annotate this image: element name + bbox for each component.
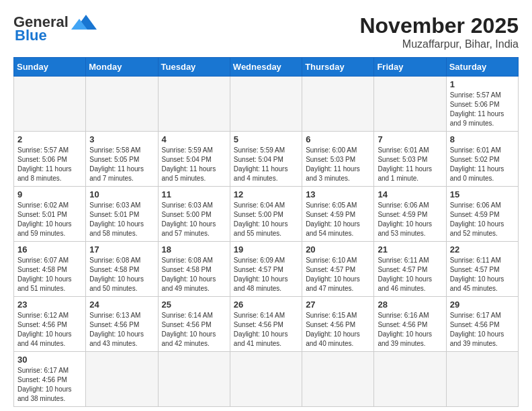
day-cell: 13Sunrise: 6:05 AM Sunset: 4:59 PM Dayli… [302,187,374,242]
day-info: Sunrise: 6:16 AM Sunset: 4:56 PM Dayligh… [378,311,442,349]
day-cell: 15Sunrise: 6:06 AM Sunset: 4:59 PM Dayli… [446,187,518,242]
weekday-header-saturday: Saturday [446,58,518,77]
title-block: November 2025 Muzaffarpur, Bihar, India [359,13,519,50]
weekday-header-sunday: Sunday [14,58,86,77]
header: General Blue November 2025 Muzaffarpur, … [13,13,519,50]
day-number: 2 [17,134,82,144]
day-cell: 18Sunrise: 6:08 AM Sunset: 4:58 PM Dayli… [158,242,230,297]
logo-icon [71,13,97,31]
day-number: 27 [306,300,370,310]
day-info: Sunrise: 6:01 AM Sunset: 5:03 PM Dayligh… [378,146,442,183]
day-info: Sunrise: 6:05 AM Sunset: 4:59 PM Dayligh… [306,201,370,238]
day-cell: 24Sunrise: 6:13 AM Sunset: 4:56 PM Dayli… [86,297,158,352]
day-info: Sunrise: 6:11 AM Sunset: 4:57 PM Dayligh… [450,256,515,293]
day-cell: 10Sunrise: 6:03 AM Sunset: 5:01 PM Dayli… [86,187,158,242]
weekday-header-wednesday: Wednesday [230,58,302,77]
day-info: Sunrise: 6:12 AM Sunset: 4:56 PM Dayligh… [17,311,82,349]
day-cell: 12Sunrise: 6:04 AM Sunset: 5:00 PM Dayli… [230,187,302,242]
day-info: Sunrise: 5:58 AM Sunset: 5:05 PM Dayligh… [89,146,154,183]
day-cell: 16Sunrise: 6:07 AM Sunset: 4:58 PM Dayli… [14,242,86,297]
month-year: November 2025 [359,13,519,38]
day-cell: 27Sunrise: 6:15 AM Sunset: 4:56 PM Dayli… [302,297,374,352]
logo-blue-text: Blue [15,27,47,44]
day-info: Sunrise: 5:59 AM Sunset: 5:04 PM Dayligh… [234,146,298,183]
day-cell [230,77,302,132]
day-info: Sunrise: 6:11 AM Sunset: 4:57 PM Dayligh… [378,256,442,293]
day-cell [230,352,302,407]
day-number: 29 [450,300,515,310]
weekday-header-tuesday: Tuesday [158,58,230,77]
day-cell: 28Sunrise: 6:16 AM Sunset: 4:56 PM Dayli… [374,297,446,352]
day-number: 13 [306,189,370,199]
day-cell: 2Sunrise: 5:57 AM Sunset: 5:06 PM Daylig… [14,132,86,187]
week-row-6: 30Sunrise: 6:17 AM Sunset: 4:56 PM Dayli… [14,352,519,407]
day-number: 22 [450,244,515,255]
day-info: Sunrise: 6:10 AM Sunset: 4:57 PM Dayligh… [306,256,370,293]
day-number: 28 [378,300,442,310]
calendar: SundayMondayTuesdayWednesdayThursdayFrid… [13,57,519,407]
day-number: 25 [162,300,226,310]
day-cell [374,352,446,407]
day-info: Sunrise: 6:14 AM Sunset: 4:56 PM Dayligh… [162,311,226,349]
day-number: 3 [89,134,154,144]
day-cell: 5Sunrise: 5:59 AM Sunset: 5:04 PM Daylig… [230,132,302,187]
day-info: Sunrise: 6:03 AM Sunset: 5:01 PM Dayligh… [89,201,154,238]
week-row-5: 23Sunrise: 6:12 AM Sunset: 4:56 PM Dayli… [14,297,519,352]
day-number: 11 [162,189,226,199]
day-info: Sunrise: 6:00 AM Sunset: 5:03 PM Dayligh… [306,146,370,183]
day-number: 23 [17,300,82,310]
day-number: 24 [89,300,154,310]
day-cell: 11Sunrise: 6:03 AM Sunset: 5:00 PM Dayli… [158,187,230,242]
day-info: Sunrise: 6:15 AM Sunset: 4:56 PM Dayligh… [306,311,370,349]
day-number: 19 [234,244,298,255]
day-cell: 23Sunrise: 6:12 AM Sunset: 4:56 PM Dayli… [14,297,86,352]
day-info: Sunrise: 6:08 AM Sunset: 4:58 PM Dayligh… [162,256,226,293]
day-info: Sunrise: 6:13 AM Sunset: 4:56 PM Dayligh… [89,311,154,349]
day-cell [158,352,230,407]
day-number: 15 [450,189,515,199]
day-cell: 6Sunrise: 6:00 AM Sunset: 5:03 PM Daylig… [302,132,374,187]
day-info: Sunrise: 6:14 AM Sunset: 4:56 PM Dayligh… [234,311,298,349]
day-number: 4 [162,134,226,144]
logo: General Blue [13,13,97,44]
day-cell: 1Sunrise: 5:57 AM Sunset: 5:06 PM Daylig… [446,77,518,132]
day-number: 9 [17,189,82,199]
day-number: 26 [234,300,298,310]
day-number: 17 [89,244,154,255]
day-number: 8 [450,134,515,144]
week-row-1: 1Sunrise: 5:57 AM Sunset: 5:06 PM Daylig… [14,77,519,132]
day-cell [374,77,446,132]
location: Muzaffarpur, Bihar, India [359,38,519,50]
day-cell: 7Sunrise: 6:01 AM Sunset: 5:03 PM Daylig… [374,132,446,187]
day-info: Sunrise: 6:06 AM Sunset: 4:59 PM Dayligh… [378,201,442,238]
week-row-3: 9Sunrise: 6:02 AM Sunset: 5:01 PM Daylig… [14,187,519,242]
day-cell: 21Sunrise: 6:11 AM Sunset: 4:57 PM Dayli… [374,242,446,297]
day-info: Sunrise: 6:08 AM Sunset: 4:58 PM Dayligh… [89,256,154,293]
day-number: 6 [306,134,370,144]
day-cell: 9Sunrise: 6:02 AM Sunset: 5:01 PM Daylig… [14,187,86,242]
day-number: 14 [378,189,442,199]
day-cell: 3Sunrise: 5:58 AM Sunset: 5:05 PM Daylig… [86,132,158,187]
day-cell: 19Sunrise: 6:09 AM Sunset: 4:57 PM Dayli… [230,242,302,297]
day-cell: 14Sunrise: 6:06 AM Sunset: 4:59 PM Dayli… [374,187,446,242]
day-cell: 17Sunrise: 6:08 AM Sunset: 4:58 PM Dayli… [86,242,158,297]
day-cell: 25Sunrise: 6:14 AM Sunset: 4:56 PM Dayli… [158,297,230,352]
day-info: Sunrise: 6:06 AM Sunset: 4:59 PM Dayligh… [450,201,515,238]
day-info: Sunrise: 6:04 AM Sunset: 5:00 PM Dayligh… [234,201,298,238]
week-row-4: 16Sunrise: 6:07 AM Sunset: 4:58 PM Dayli… [14,242,519,297]
day-number: 30 [17,355,82,365]
day-cell [14,77,86,132]
day-info: Sunrise: 5:57 AM Sunset: 5:06 PM Dayligh… [450,91,515,128]
day-cell: 20Sunrise: 6:10 AM Sunset: 4:57 PM Dayli… [302,242,374,297]
day-info: Sunrise: 5:59 AM Sunset: 5:04 PM Dayligh… [162,146,226,183]
day-cell: 8Sunrise: 6:01 AM Sunset: 5:02 PM Daylig… [446,132,518,187]
day-info: Sunrise: 6:03 AM Sunset: 5:00 PM Dayligh… [162,201,226,238]
day-info: Sunrise: 6:09 AM Sunset: 4:57 PM Dayligh… [234,256,298,293]
day-info: Sunrise: 6:17 AM Sunset: 4:56 PM Dayligh… [17,366,82,404]
day-cell [86,352,158,407]
week-row-2: 2Sunrise: 5:57 AM Sunset: 5:06 PM Daylig… [14,132,519,187]
day-cell: 22Sunrise: 6:11 AM Sunset: 4:57 PM Dayli… [446,242,518,297]
day-number: 20 [306,244,370,255]
day-cell: 30Sunrise: 6:17 AM Sunset: 4:56 PM Dayli… [14,352,86,407]
day-info: Sunrise: 6:07 AM Sunset: 4:58 PM Dayligh… [17,256,82,293]
